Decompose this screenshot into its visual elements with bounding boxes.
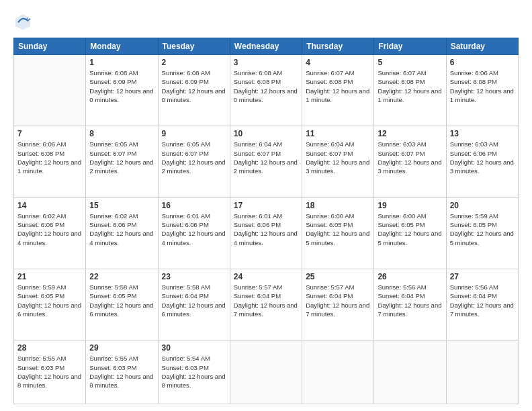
- day-cell: 23Sunrise: 5:58 AM Sunset: 6:04 PM Dayli…: [158, 269, 230, 340]
- day-number: 18: [306, 201, 370, 210]
- day-info: Sunrise: 5:55 AM Sunset: 6:03 PM Dayligh…: [89, 354, 154, 390]
- day-info: Sunrise: 5:59 AM Sunset: 6:05 PM Dayligh…: [17, 283, 82, 318]
- day-cell: 25Sunrise: 5:57 AM Sunset: 6:04 PM Dayli…: [302, 269, 374, 340]
- weekday-tuesday: Tuesday: [158, 38, 230, 55]
- day-cell: 5Sunrise: 6:07 AM Sunset: 6:08 PM Daylig…: [374, 55, 446, 126]
- day-cell: 30Sunrise: 5:54 AM Sunset: 6:03 PM Dayli…: [158, 340, 230, 404]
- day-number: 14: [17, 201, 82, 210]
- day-info: Sunrise: 6:04 AM Sunset: 6:07 PM Dayligh…: [306, 140, 370, 175]
- weekday-monday: Monday: [86, 38, 158, 55]
- day-cell: 8Sunrise: 6:05 AM Sunset: 6:07 PM Daylig…: [86, 126, 158, 197]
- day-info: Sunrise: 5:54 AM Sunset: 6:03 PM Dayligh…: [162, 354, 226, 390]
- header: [13, 12, 519, 31]
- day-number: 24: [234, 272, 298, 281]
- day-number: 27: [450, 272, 515, 281]
- weekday-sunday: Sunday: [14, 38, 86, 55]
- day-info: Sunrise: 6:06 AM Sunset: 6:08 PM Dayligh…: [17, 140, 82, 175]
- day-number: 19: [378, 201, 442, 210]
- week-row-4: 28Sunrise: 5:55 AM Sunset: 6:03 PM Dayli…: [14, 340, 519, 404]
- day-number: 5: [378, 58, 442, 67]
- day-info: Sunrise: 5:55 AM Sunset: 6:03 PM Dayligh…: [17, 354, 82, 390]
- day-info: Sunrise: 6:00 AM Sunset: 6:05 PM Dayligh…: [378, 212, 442, 247]
- day-info: Sunrise: 6:07 AM Sunset: 6:08 PM Dayligh…: [378, 68, 442, 104]
- day-number: 2: [162, 58, 226, 67]
- day-cell: [302, 340, 374, 404]
- day-number: 15: [89, 201, 154, 210]
- week-row-2: 14Sunrise: 6:02 AM Sunset: 6:06 PM Dayli…: [14, 197, 519, 269]
- day-info: Sunrise: 5:57 AM Sunset: 6:04 PM Dayligh…: [306, 283, 370, 318]
- day-info: Sunrise: 6:03 AM Sunset: 6:06 PM Dayligh…: [450, 140, 515, 175]
- day-info: Sunrise: 6:07 AM Sunset: 6:08 PM Dayligh…: [306, 68, 370, 104]
- day-info: Sunrise: 5:58 AM Sunset: 6:05 PM Dayligh…: [89, 283, 154, 318]
- day-cell: 6Sunrise: 6:06 AM Sunset: 6:08 PM Daylig…: [446, 55, 518, 126]
- day-cell: 3Sunrise: 6:08 AM Sunset: 6:08 PM Daylig…: [230, 55, 302, 126]
- day-cell: 1Sunrise: 6:08 AM Sunset: 6:09 PM Daylig…: [86, 55, 158, 126]
- day-number: 16: [162, 201, 226, 210]
- logo-icon: [13, 12, 32, 31]
- week-row-3: 21Sunrise: 5:59 AM Sunset: 6:05 PM Dayli…: [14, 269, 519, 340]
- day-cell: 14Sunrise: 6:02 AM Sunset: 6:06 PM Dayli…: [14, 197, 86, 269]
- day-number: 28: [17, 343, 82, 353]
- day-info: Sunrise: 5:58 AM Sunset: 6:04 PM Dayligh…: [162, 283, 226, 318]
- day-number: 6: [450, 58, 515, 67]
- day-number: 3: [234, 58, 298, 67]
- day-cell: 16Sunrise: 6:01 AM Sunset: 6:06 PM Dayli…: [158, 197, 230, 269]
- day-info: Sunrise: 6:02 AM Sunset: 6:06 PM Dayligh…: [17, 212, 82, 247]
- day-cell: [374, 340, 446, 404]
- day-number: 29: [89, 343, 154, 353]
- day-info: Sunrise: 6:01 AM Sunset: 6:06 PM Dayligh…: [234, 212, 298, 247]
- day-number: 10: [234, 129, 298, 138]
- day-number: 7: [17, 129, 82, 138]
- weekday-thursday: Thursday: [302, 38, 374, 55]
- day-cell: 7Sunrise: 6:06 AM Sunset: 6:08 PM Daylig…: [14, 126, 86, 197]
- day-cell: 18Sunrise: 6:00 AM Sunset: 6:05 PM Dayli…: [302, 197, 374, 269]
- weekday-friday: Friday: [374, 38, 446, 55]
- day-number: 17: [234, 201, 298, 210]
- day-cell: 29Sunrise: 5:55 AM Sunset: 6:03 PM Dayli…: [86, 340, 158, 404]
- day-info: Sunrise: 6:08 AM Sunset: 6:08 PM Dayligh…: [234, 68, 298, 104]
- day-info: Sunrise: 5:57 AM Sunset: 6:04 PM Dayligh…: [234, 283, 298, 318]
- day-number: 9: [162, 129, 226, 138]
- day-number: 1: [89, 58, 154, 67]
- day-info: Sunrise: 6:08 AM Sunset: 6:09 PM Dayligh…: [162, 68, 226, 104]
- day-number: 30: [162, 343, 226, 353]
- logo: [13, 12, 35, 31]
- day-info: Sunrise: 6:02 AM Sunset: 6:06 PM Dayligh…: [89, 212, 154, 247]
- day-info: Sunrise: 5:56 AM Sunset: 6:04 PM Dayligh…: [378, 283, 442, 318]
- day-number: 26: [378, 272, 442, 281]
- day-number: 8: [89, 129, 154, 138]
- day-cell: 22Sunrise: 5:58 AM Sunset: 6:05 PM Dayli…: [86, 269, 158, 340]
- day-number: 20: [450, 201, 515, 210]
- day-info: Sunrise: 6:05 AM Sunset: 6:07 PM Dayligh…: [162, 140, 226, 175]
- weekday-header-row: SundayMondayTuesdayWednesdayThursdayFrid…: [14, 38, 519, 55]
- day-info: Sunrise: 6:08 AM Sunset: 6:09 PM Dayligh…: [89, 68, 154, 104]
- svg-marker-0: [15, 14, 30, 30]
- day-cell: 15Sunrise: 6:02 AM Sunset: 6:06 PM Dayli…: [86, 197, 158, 269]
- day-cell: 13Sunrise: 6:03 AM Sunset: 6:06 PM Dayli…: [446, 126, 518, 197]
- day-info: Sunrise: 5:56 AM Sunset: 6:04 PM Dayligh…: [450, 283, 515, 318]
- weekday-saturday: Saturday: [446, 38, 518, 55]
- day-number: 11: [306, 129, 370, 138]
- weekday-wednesday: Wednesday: [230, 38, 302, 55]
- day-cell: 24Sunrise: 5:57 AM Sunset: 6:04 PM Dayli…: [230, 269, 302, 340]
- day-cell: 21Sunrise: 5:59 AM Sunset: 6:05 PM Dayli…: [14, 269, 86, 340]
- day-cell: 4Sunrise: 6:07 AM Sunset: 6:08 PM Daylig…: [302, 55, 374, 126]
- day-info: Sunrise: 6:06 AM Sunset: 6:08 PM Dayligh…: [450, 68, 515, 104]
- day-info: Sunrise: 6:05 AM Sunset: 6:07 PM Dayligh…: [89, 140, 154, 175]
- day-info: Sunrise: 6:03 AM Sunset: 6:07 PM Dayligh…: [378, 140, 442, 175]
- day-cell: 26Sunrise: 5:56 AM Sunset: 6:04 PM Dayli…: [374, 269, 446, 340]
- day-info: Sunrise: 6:00 AM Sunset: 6:05 PM Dayligh…: [306, 212, 370, 247]
- day-number: 21: [17, 272, 82, 281]
- day-info: Sunrise: 5:59 AM Sunset: 6:05 PM Dayligh…: [450, 212, 515, 247]
- page: SundayMondayTuesdayWednesdayThursdayFrid…: [0, 0, 532, 411]
- day-cell: 9Sunrise: 6:05 AM Sunset: 6:07 PM Daylig…: [158, 126, 230, 197]
- day-cell: 17Sunrise: 6:01 AM Sunset: 6:06 PM Dayli…: [230, 197, 302, 269]
- calendar-table: SundayMondayTuesdayWednesdayThursdayFrid…: [13, 38, 519, 404]
- day-number: 25: [306, 272, 370, 281]
- day-number: 13: [450, 129, 515, 138]
- day-number: 12: [378, 129, 442, 138]
- day-cell: 27Sunrise: 5:56 AM Sunset: 6:04 PM Dayli…: [446, 269, 518, 340]
- day-cell: 2Sunrise: 6:08 AM Sunset: 6:09 PM Daylig…: [158, 55, 230, 126]
- day-cell: 20Sunrise: 5:59 AM Sunset: 6:05 PM Dayli…: [446, 197, 518, 269]
- day-number: 22: [89, 272, 154, 281]
